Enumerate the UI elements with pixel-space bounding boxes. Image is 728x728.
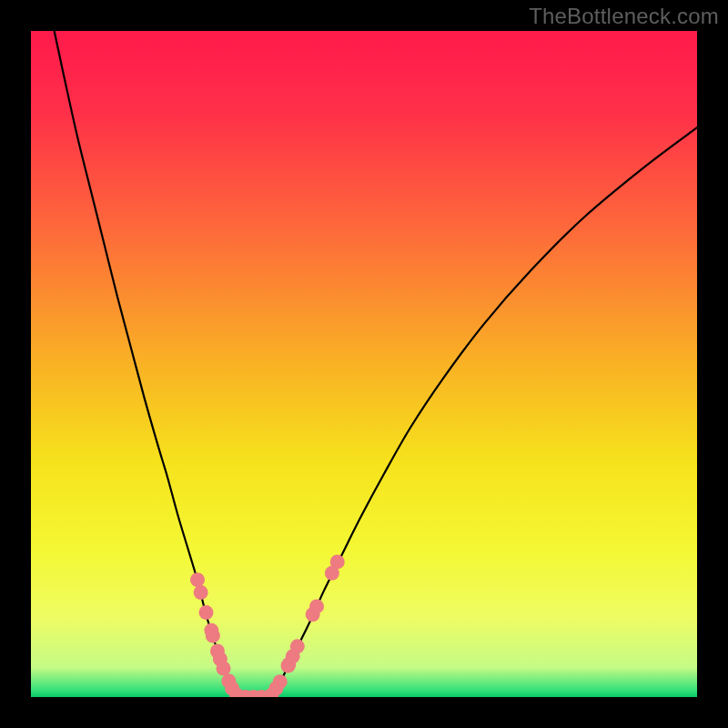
highlight-marker [190,572,205,587]
highlight-marker [194,585,208,600]
highlight-marker [206,629,220,643]
plot-area [31,31,697,697]
highlight-marker [273,674,288,689]
highlight-marker [309,599,324,613]
source-watermark: TheBottleneck.com [529,4,719,29]
highlight-marker [217,662,231,676]
highlight-marker [199,605,214,620]
chart-frame: TheBottleneck.com [0,0,728,728]
highlight-marker [330,554,345,569]
highlight-marker [290,639,305,653]
marker-layer [31,31,697,697]
